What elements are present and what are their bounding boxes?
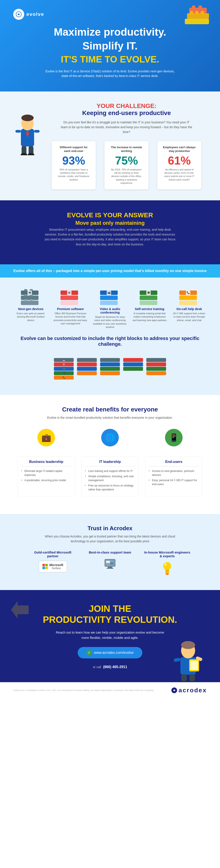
block-title-3: Self-service training — [132, 307, 167, 311]
pricing-text: Evolve offers all of this – packaged int… — [13, 269, 207, 273]
answer-title: Move past only maintaining — [18, 220, 202, 226]
benefits-description: Evolve is the smart-bundled productivity… — [44, 415, 176, 420]
benefit-card-2: End-users Access to next-generation, pre… — [145, 456, 202, 496]
stat-label-1: The increase in remote working — [110, 146, 143, 153]
ms-grid-icon — [42, 564, 48, 569]
logo-icon — [13, 9, 24, 20]
benefit-list-1: Less training and support efforts for IT… — [85, 469, 135, 492]
benefit-cards-row: Business leadership Eliminate large IT-r… — [13, 456, 207, 496]
stat-number-2: 61% — [163, 155, 196, 166]
blocks-row: 💻 Next-gen devices Every user gets an aw… — [9, 288, 211, 329]
trust-item-0: Gold-certified Microsoft partner Microso… — [29, 551, 77, 579]
svg-rect-13 — [15, 130, 21, 133]
block-item-0: 💻 Next-gen devices Every user gets an aw… — [13, 288, 49, 329]
benefit-card-title-2: End-users — [149, 460, 199, 466]
svg-rect-24 — [110, 562, 114, 564]
svg-rect-1 — [187, 13, 209, 19]
block-title-0: Next-gen devices — [13, 307, 49, 311]
hero-subtitle: IT'S TIME TO EVOLVE. — [13, 54, 207, 65]
svg-point-5 — [195, 11, 199, 14]
svg-point-4 — [190, 11, 193, 14]
stat-number-0: 93% — [57, 155, 90, 166]
benefit-point-0-1: A predictable, recurring price model — [21, 478, 71, 482]
block-visual-2: 📹 — [100, 288, 120, 305]
trust-section: Trust in Acrodex When you choose Acrodex… — [0, 514, 220, 590]
cta-btn-label: www.acrodex.com/evolve — [94, 651, 134, 655]
cta-phone-container: or call (866) 465-2911 — [93, 665, 127, 669]
block-desc-2: Skype for Business for easy voice and vi… — [92, 315, 128, 329]
benefit-icon-container-2: 📱 — [145, 429, 202, 450]
benefit-icon-2: 📱 — [165, 429, 183, 446]
cta-phone-prefix: or call — [93, 665, 101, 669]
block-visual-3: 🎓 — [140, 288, 159, 305]
benefit-card-title-0: Business leadership — [21, 460, 71, 466]
svg-rect-26 — [165, 573, 169, 574]
trust-row: Gold-certified Microsoft partner Microso… — [13, 551, 207, 579]
benefit-icon-1: 🌐 — [101, 429, 119, 446]
custom-stack-1: 💻 ⊞ 📹 🎓 📞 — [54, 358, 74, 379]
custom-blocks-visualization: 💻 ⊞ 📹 🎓 📞 — [9, 353, 211, 384]
ms-text: Microsoft — [50, 563, 63, 567]
footer-footnote: ¹Gartner.com, ²2 Workplace Trends in 201… — [13, 689, 154, 691]
benefit-list-2: Access to next-generation, premium devic… — [149, 469, 199, 486]
stat-card-2: Employees can't always stay productive 6… — [157, 141, 201, 189]
svg-point-11 — [21, 115, 34, 121]
lightbulb-icon — [143, 561, 191, 578]
challenge-title: Keeping end-users productive — [46, 110, 207, 117]
block-visual-1: ⊞ — [61, 288, 80, 305]
benefit-card-0: Business leadership Eliminate large IT-r… — [18, 456, 75, 496]
block-visual-4: 📞 — [179, 288, 199, 305]
cta-url-button[interactable]: ✓ www.acrodex.com/evolve — [78, 647, 143, 658]
svg-rect-27 — [166, 574, 168, 575]
cta-phone-number: (866) 465-2911 — [103, 665, 127, 669]
svg-point-28 — [164, 563, 167, 566]
benefit-icons-row: 💼 🌐 📱 — [13, 429, 207, 450]
custom-stack-2 — [77, 358, 97, 379]
custom-stack-4 — [123, 358, 143, 379]
block-item-4: 📞 On-call help desk 24×7-365 support fro… — [171, 288, 207, 329]
trust-item-title-0: Gold-certified Microsoft partner — [29, 551, 77, 558]
block-desc-3: A complete training portal that makes on… — [132, 312, 167, 322]
logo-container: evolve — [13, 9, 207, 20]
benefit-point-2-1: Easy, personal 24-7-365 IT support for e… — [149, 478, 199, 486]
trust-item-title-1: Best-in-class support team — [86, 551, 134, 554]
svg-point-8 — [198, 5, 202, 9]
benefit-point-1-1: Simple compliance, licensing, and user m… — [85, 474, 135, 482]
customize-section: Evolve can be customized to include the … — [9, 336, 211, 347]
svg-rect-38 — [189, 674, 195, 681]
stat-desc-2: As efficiency and speed of devices varie… — [163, 168, 196, 182]
cta-section: JOIN THE PRODUCTIVITY REVOLUTION. Reach … — [0, 590, 220, 682]
hero-section: evolve Maximize productivity. Simplify I… — [0, 0, 220, 92]
benefit-point-1-2: Free up resources to focus on strategy r… — [85, 484, 135, 492]
custom-stack-5 — [146, 358, 166, 379]
svg-rect-3 — [185, 19, 209, 24]
cta-title: JOIN THE PRODUCTIVITY REVOLUTION. — [18, 603, 202, 625]
cta-description: Reach out to learn how we can help your … — [55, 630, 165, 641]
customize-title: Evolve can be customized to include the … — [9, 336, 211, 347]
benefit-list-0: Eliminate large IT-related capital expen… — [21, 469, 71, 482]
svg-point-25 — [163, 562, 171, 570]
footer: ¹Gartner.com, ²2 Workplace Trends in 201… — [0, 682, 220, 698]
benefit-icon-container-0: 💼 — [18, 429, 75, 450]
stats-container: Different support for each end-user 93% … — [46, 141, 207, 189]
stat-desc-1: By 2018, 75% of employees' will be worki… — [110, 168, 143, 185]
block-desc-4: 24×7-365 support from a best-in-class se… — [171, 312, 207, 322]
microsoft-logo: Microsoft Surface — [29, 561, 77, 572]
benefit-icon-0: 💼 — [37, 429, 55, 446]
block-item-2: 📹 Video & audio conferencing Skype for B… — [92, 288, 128, 329]
benefit-icon-container-1: 🌐 — [82, 429, 138, 450]
block-visual-0: 💻 — [21, 288, 41, 305]
svg-point-7 — [192, 5, 195, 9]
stat-card-1: The increase in remote working 75% By 20… — [104, 141, 149, 189]
trust-item-1: Best-in-class support team — [86, 551, 134, 579]
block-desc-1: Office 365 Business Premium license and … — [53, 312, 88, 326]
benefits-title: Create real benefits for everyone — [13, 406, 207, 413]
footer-logo-icon — [171, 687, 178, 693]
benefit-point-0-0: Eliminate large IT-related capital expen… — [21, 469, 71, 477]
block-title-2: Video & audio conferencing — [92, 307, 128, 314]
stat-label-0: Different support for each end-user — [57, 146, 90, 153]
svg-rect-22 — [107, 568, 113, 569]
svg-marker-29 — [11, 601, 29, 619]
blocks-section: 💻 Next-gen devices Every user gets an aw… — [0, 278, 220, 395]
benefit-point-2-0: Access to next-generation, premium devic… — [149, 469, 199, 477]
